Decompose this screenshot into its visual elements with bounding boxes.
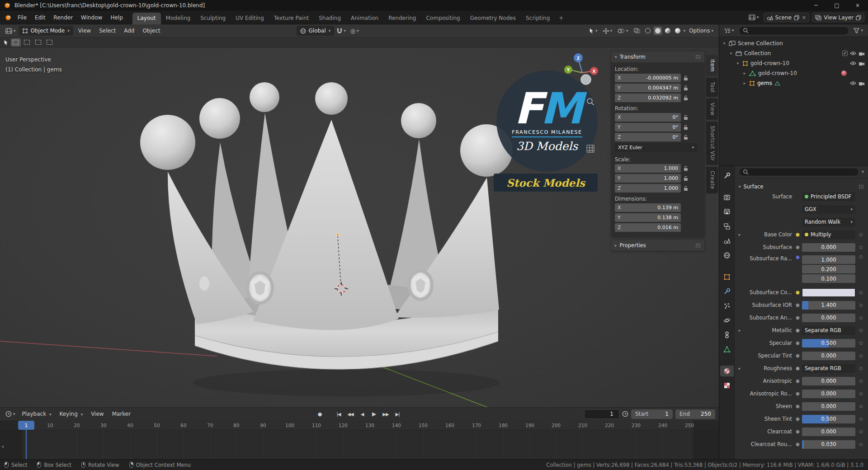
select-set-button[interactable]: [11, 38, 21, 47]
eye-icon[interactable]: [850, 81, 856, 85]
properties-tab-output[interactable]: [720, 207, 734, 217]
lock-icon[interactable]: [684, 125, 688, 130]
topbar-extra-dropdown[interactable]: ▾: [747, 13, 761, 23]
node-link-field[interactable]: Separate RGB: [802, 326, 855, 335]
lock-icon[interactable]: [684, 186, 688, 191]
menu-file[interactable]: File: [14, 11, 31, 24]
timeline-menu-playback[interactable]: Playback ▾: [18, 408, 56, 420]
properties-tab-physics[interactable]: [720, 315, 734, 326]
camera-icon[interactable]: [859, 61, 865, 66]
expand-icon[interactable]: ▸: [742, 81, 747, 85]
outliner-item-gold-crown-10[interactable]: ▸gold-crown-10: [719, 68, 868, 78]
lock-icon[interactable]: [684, 85, 688, 91]
workspace-tab-rendering[interactable]: Rendering: [383, 13, 421, 24]
transform-field-x[interactable]: X0°: [615, 113, 681, 122]
value-slider[interactable]: 0.500: [802, 339, 855, 348]
playhead-line[interactable]: [26, 430, 27, 459]
value-slider[interactable]: 1.400: [802, 301, 855, 310]
minimize-button[interactable]: ─: [806, 0, 826, 11]
sidebar-tab-create[interactable]: Create: [706, 167, 718, 193]
frame-start-field[interactable]: Start 1: [631, 409, 673, 419]
vector-component-field[interactable]: 0.100: [802, 274, 855, 283]
expand-icon[interactable]: ▸: [737, 328, 742, 333]
play-button[interactable]: ▶: [368, 409, 379, 419]
value-slider[interactable]: 0.500: [802, 415, 855, 423]
menu-render[interactable]: Render: [49, 11, 77, 24]
prev-keyframe-button[interactable]: ◀◀: [345, 409, 356, 419]
crown-model[interactable]: [140, 82, 513, 369]
value-slider[interactable]: 0.000: [802, 390, 855, 398]
outliner-item-scene-collection[interactable]: ▾Scene Collection: [719, 38, 868, 48]
node-link-field[interactable]: Multiply: [802, 230, 855, 239]
proportional-edit-toggle[interactable]: ◎ ▾: [349, 26, 361, 36]
lock-icon[interactable]: [684, 75, 688, 81]
next-keyframe-button[interactable]: ▶▶: [380, 409, 391, 419]
workspace-tab-scripting[interactable]: Scripting: [521, 13, 555, 24]
dropdown-field[interactable]: Random Walk▾: [802, 218, 855, 226]
lock-icon[interactable]: [684, 176, 688, 181]
auto-keying-button[interactable]: ●: [314, 409, 325, 419]
viewport-3d[interactable]: User Perspective (1) Collection | gems Z…: [0, 47, 719, 407]
editor-type-button[interactable]: ▾: [4, 26, 18, 36]
transform-field-y[interactable]: Y1.000: [615, 174, 681, 183]
jump-start-button[interactable]: |◀: [333, 409, 344, 419]
properties-tab-render[interactable]: [720, 192, 734, 203]
delete-scene-icon[interactable]: ×: [802, 14, 806, 21]
gem-small-left[interactable]: [197, 273, 212, 293]
viewport-menu-add[interactable]: Add: [120, 24, 138, 37]
workspace-tab-uv-editing[interactable]: UV Editing: [231, 13, 269, 24]
shading-wireframe-button[interactable]: [644, 27, 652, 35]
menu-edit[interactable]: Edit: [31, 11, 49, 24]
value-slider[interactable]: 0.000: [802, 352, 855, 360]
drag-handle-icon[interactable]: [695, 55, 701, 59]
eye-icon[interactable]: [850, 51, 856, 56]
shading-material-button[interactable]: [664, 27, 672, 35]
checkbox-icon[interactable]: ✓: [842, 51, 848, 56]
lock-icon[interactable]: [684, 115, 688, 120]
value-slider[interactable]: 0.030: [802, 440, 855, 449]
timeline-editor-button[interactable]: ▾: [4, 409, 17, 419]
node-link-field[interactable]: Separate RGB: [802, 364, 855, 373]
options-dropdown[interactable]: Options ▾: [687, 26, 715, 36]
transform-panel-header[interactable]: ▾ Transform: [611, 52, 704, 62]
transform-field-x[interactable]: X1.000: [615, 164, 681, 173]
properties-panel-header[interactable]: ▸ Properties: [611, 240, 704, 251]
expand-icon[interactable]: ▸: [742, 71, 747, 75]
properties-tab-tool[interactable]: [720, 170, 734, 181]
playhead[interactable]: 1: [18, 421, 34, 430]
chevron-down-icon[interactable]: ▾: [862, 170, 864, 174]
properties-tab-scene[interactable]: [720, 235, 734, 246]
properties-tab-world[interactable]: [720, 250, 734, 261]
snap-toggle[interactable]: ▾: [335, 26, 348, 36]
workspace-tab-geometry-nodes[interactable]: Geometry Nodes: [465, 13, 521, 24]
sidebar-tab-tool[interactable]: Tool: [706, 78, 718, 97]
gem-left[interactable]: [246, 271, 274, 305]
close-button[interactable]: ×: [847, 0, 868, 11]
gizmo-x-label[interactable]: X: [593, 69, 596, 74]
view-layer-selector[interactable]: View Layer: [812, 13, 864, 22]
sidebar-tab-item[interactable]: Item: [706, 55, 718, 76]
vector-component-field[interactable]: 0.200: [802, 265, 855, 273]
properties-tab-material[interactable]: [720, 366, 734, 376]
node-link-field[interactable]: Principled BSDF: [802, 193, 855, 201]
timeline-ruler[interactable]: ◂ 11020304050607080901001101201301401501…: [0, 420, 719, 459]
viewport-menu-select[interactable]: Select: [95, 24, 120, 37]
decorator-icon[interactable]: [859, 443, 863, 446]
workspace-tab-texture-paint[interactable]: Texture Paint: [269, 13, 314, 24]
value-slider[interactable]: 0.000: [802, 377, 855, 385]
active-tool-icon[interactable]: [4, 39, 9, 46]
new-scene-icon[interactable]: [794, 15, 799, 20]
decorator-icon[interactable]: [859, 316, 863, 320]
menu-help[interactable]: Help: [106, 11, 127, 24]
transform-field-z[interactable]: Z0.016 m: [615, 223, 681, 232]
rotation-mode-dropdown[interactable]: XYZ Euler▾: [615, 143, 697, 152]
decorator-icon[interactable]: [859, 342, 863, 345]
transform-field-z[interactable]: Z0.032092 m: [615, 94, 681, 102]
blender-menu-icon[interactable]: [3, 14, 14, 21]
add-workspace-button[interactable]: +: [555, 13, 567, 24]
expand-icon[interactable]: ▸: [737, 366, 742, 371]
transform-field-y[interactable]: Y0°: [615, 123, 681, 132]
gizmo-y-label[interactable]: Y: [566, 68, 570, 72]
decorator-icon[interactable]: [859, 354, 863, 357]
transform-field-y[interactable]: Y0.138 m: [615, 213, 681, 222]
